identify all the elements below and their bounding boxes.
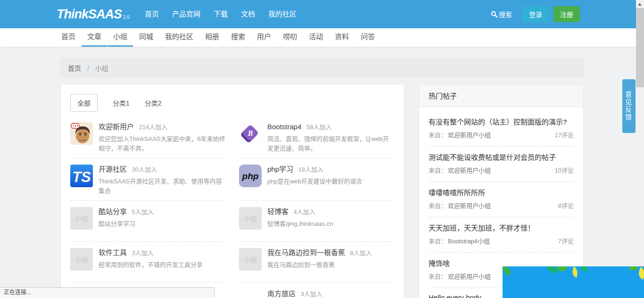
group-name[interactable]: 开源社区 [99, 165, 127, 173]
search-label: 搜索 [499, 9, 512, 19]
group-info: php学习 18人加入 php是在web开发建设中最好的语言 [267, 165, 363, 196]
post-title-link[interactable]: 测试能不能设收费帖或是什对会员的帖子 [429, 152, 574, 162]
post-comment-count: 17评论 [555, 131, 574, 140]
post-group-link[interactable]: 欢迎新用户小组 [448, 131, 491, 140]
post-comment-count: 10评论 [555, 166, 574, 175]
promo-image[interactable] [503, 266, 644, 298]
filter-category2-link[interactable]: 分类2 [145, 98, 162, 108]
group-info: 南方旅店 3人加入 [267, 289, 322, 298]
group-placeholder-avatar: 小组 [239, 207, 262, 230]
post-meta: 来自： 欢迎新用户小组 10评论 [429, 166, 574, 175]
group-name[interactable]: 酷站分享 [99, 207, 127, 215]
post-group-link[interactable]: 欢迎新用户小组 [448, 272, 491, 281]
post-from-label: 来自： [429, 201, 447, 211]
group-avatar [239, 289, 262, 298]
filter-category1-link[interactable]: 分类1 [113, 98, 130, 108]
vertical-scrollbar[interactable] [636, 0, 644, 298]
group-name[interactable]: 欢迎新用户 [99, 123, 134, 131]
subnav-tab-7[interactable]: 用户 [251, 28, 277, 47]
group-name[interactable]: 南方旅店 [267, 290, 296, 298]
group-info: 欢迎新用户 214人加入 欢迎您加入ThinkSAAS大家庭中来，6年来始终相守… [99, 122, 226, 153]
post-group-link[interactable]: 欢迎新用户小组 [448, 166, 491, 175]
post-meta: 来自： Bootstrap4小组 7评论 [429, 237, 574, 246]
subnav-tab-0[interactable]: 首页 [56, 28, 81, 47]
group-member-count: 3人加入 [132, 249, 153, 257]
topnav-link-4[interactable]: 我的社区 [268, 0, 297, 28]
browser-status-tooltip: 正在连接... [0, 287, 215, 298]
breadcrumb-separator: / [87, 65, 89, 72]
group-item[interactable]: TS 开源社区 30人加入 ThinkSAAS开源社区开发、求助、使用等内容集合 [70, 158, 226, 201]
group-name[interactable]: 轻博客 [267, 207, 289, 215]
scrollbar-up-arrow-icon[interactable] [638, 3, 642, 6]
group-avatar: B [239, 122, 262, 145]
logo-text: ThinkSAAS [57, 8, 122, 21]
post-meta: 来自： 欢迎新用户小组 17评论 [429, 131, 574, 140]
breadcrumb-home-link[interactable]: 首页 [68, 65, 81, 72]
filter-all-button[interactable]: 全部 [70, 94, 98, 112]
group-description: 酷站分享学习 [99, 219, 154, 229]
login-button[interactable]: 登录 [522, 6, 549, 22]
search-link[interactable]: 搜索 [491, 9, 512, 19]
subnav-tab-3[interactable]: 同城 [133, 28, 159, 47]
group-item[interactable]: php php学习 18人加入 php是在web开发建设中最好的语言 [239, 158, 395, 201]
post-title-link[interactable]: 有没有整个网站的（站主）控制面版的演示? [429, 116, 574, 126]
group-name[interactable]: 我在马路边捡到一根香蕉 [267, 248, 345, 257]
meme-face-avatar [70, 122, 93, 145]
svg-text:B: B [248, 129, 253, 137]
post-title-link[interactable]: 啛啛喳喳所所所所 [429, 187, 574, 197]
post-from-label: 来自： [429, 166, 447, 175]
group-description: 轻博客qing.thinksaas.cn [267, 219, 333, 229]
post-comment-count: 8评论 [558, 201, 574, 211]
subnav-tab-1[interactable]: 文章 [82, 28, 107, 47]
topnav-link-1[interactable]: 产品官网 [172, 0, 200, 28]
subnav-tab-6[interactable]: 搜索 [225, 28, 251, 47]
subnav-tab-5[interactable]: 相册 [199, 28, 225, 47]
post-group-link[interactable]: Bootstrap4小组 [448, 237, 490, 246]
group-item[interactable]: B Bootstrap4 58人加入 简洁、直观、强悍的前端开发框架，让web开… [239, 116, 395, 158]
group-member-count: 3人加入 [300, 290, 322, 298]
group-item[interactable]: 小组 轻博客 4人加入 轻博客qing.thinksaas.cn [239, 201, 395, 242]
subnav-tab-10[interactable]: 资料 [329, 28, 355, 47]
group-member-count: 18人加入 [298, 166, 323, 173]
group-name[interactable]: php学习 [267, 165, 293, 173]
group-list-card: 全部 分类1 分类2 欢迎新用户 214人加入 欢迎您加入ThinkSAAS大家… [60, 84, 405, 298]
post-group-link[interactable]: 欢迎新用户小组 [448, 201, 491, 211]
post-from-label: 来自： [429, 272, 447, 281]
bootstrap-logo-avatar: B [239, 122, 262, 145]
group-item[interactable]: 小组 软件工具 3人加入 经常用到的软件，不错的开发工具分享 [70, 242, 226, 283]
group-item[interactable]: 小组 我在马路边捡到一根香蕉 8人加入 我在马路边捡到一根香蕉 [239, 242, 395, 283]
hot-posts-title: 热门帖子 [419, 84, 583, 107]
breadcrumb-current: 小组 [95, 65, 108, 72]
group-info: 开源社区 30人加入 ThinkSAAS开源社区开发、求助、使用等内容集合 [99, 165, 226, 196]
scrollbar-thumb[interactable] [636, 8, 644, 87]
group-placeholder-avatar: 小组 [70, 207, 93, 230]
group-name[interactable]: Bootstrap4 [267, 123, 302, 131]
topnav-link-3[interactable]: 文档 [241, 0, 255, 28]
hot-post-item: 天天加班，天天加班，不胖才怪！ 来自： Bootstrap4小组 7评论 [429, 217, 574, 253]
group-member-count: 214人加入 [139, 124, 167, 131]
group-item[interactable]: 南方旅店 3人加入 [239, 283, 395, 298]
subnav-tab-4[interactable]: 我的社区 [159, 28, 199, 47]
subnav-tab-9[interactable]: 活动 [303, 28, 329, 47]
feedback-button[interactable]: 意见反馈 [622, 79, 636, 133]
post-title-link[interactable]: 天天加班，天天加班，不胖才怪！ [429, 223, 574, 232]
svg-text:php: php [242, 171, 259, 181]
register-button[interactable]: 注册 [553, 6, 580, 22]
search-icon [491, 11, 498, 18]
group-item[interactable]: 欢迎新用户 214人加入 欢迎您加入ThinkSAAS大家庭中来，6年来始终相守… [70, 116, 226, 158]
group-item[interactable]: 小组 酷站分享 5人加入 酷站分享学习 [70, 201, 226, 242]
group-description: ThinkSAAS开源社区开发、求助、使用等内容集合 [99, 177, 226, 196]
post-from-label: 来自： [429, 131, 447, 140]
top-navbar: ThinkSAAS 2.6 首页产品官网下载文档我的社区 搜索 登录 注册 [0, 0, 644, 28]
group-avatar: TS [70, 165, 93, 187]
topnav-link-0[interactable]: 首页 [145, 0, 159, 28]
topnav-link-2[interactable]: 下载 [214, 0, 228, 28]
subnav-tab-8[interactable]: 唠叨 [277, 28, 303, 47]
subnav-tab-2[interactable]: 小组 [107, 28, 133, 47]
thinksaas-logo[interactable]: ThinkSAAS 2.6 [57, 8, 130, 21]
topnav-right: 搜索 登录 注册 [491, 6, 580, 22]
subnav-tab-11[interactable]: 问答 [355, 28, 380, 47]
php-logo-avatar: php [239, 165, 262, 187]
group-avatar: php [239, 165, 262, 187]
group-name[interactable]: 软件工具 [99, 248, 127, 257]
